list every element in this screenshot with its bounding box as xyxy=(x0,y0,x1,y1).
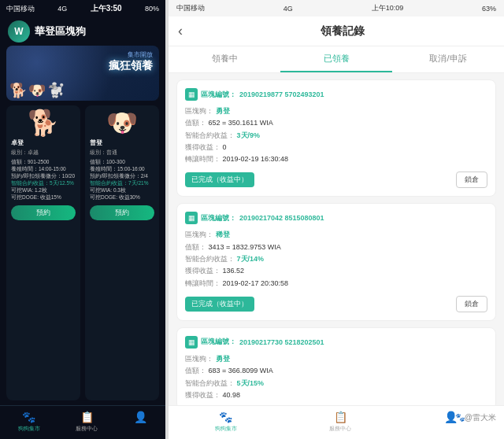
battery-left: 80% xyxy=(145,5,159,13)
record-card-2: ▦ 區塊編號： 20190217042 8515080801 區塊狗： 稀登 值… xyxy=(176,203,496,320)
pet-doge-2: 可挖DOGE: 收益30% xyxy=(90,194,154,201)
pet-doge-1: 可挖DOGE: 收益15% xyxy=(11,194,76,201)
record-value-2: 值額： 3413 = 1832.9753 WIA xyxy=(185,242,487,253)
dog-emoji-3: 🐩 xyxy=(47,82,65,99)
status-badge-2: 已完成（收益中） xyxy=(185,297,254,312)
nav-item-service-left[interactable]: 📋 服務中心 xyxy=(76,411,98,433)
record-value-1: 值額： 652 = 350.1611 WIA xyxy=(185,117,487,129)
status-bar-right: 中国移动 4G 上午10:09 63% xyxy=(169,0,504,17)
nav-item-service-right[interactable]: 📋 服務中心 xyxy=(329,411,351,433)
nav-label-service-right: 服務中心 xyxy=(329,425,351,433)
record-earning-3: 獲得收益： 40.98 xyxy=(185,389,487,401)
record-detail-2: 區塊狗： 稀登 值額： 3413 = 1832.9753 WIA 智能合約收益：… xyxy=(185,229,487,289)
record-smart-1: 智能合約收益： 3天/9% xyxy=(185,130,487,142)
pet-grid: 🐕 卓登 級別：卓越 值額：901-2500 養殖時間：14:00-15:00 … xyxy=(0,101,165,405)
pet-adoption-2: 預約/即扣領養微分：2/4 xyxy=(90,172,154,179)
pet-level-2: 級別：普通 xyxy=(90,149,154,157)
carrier-left: 中国移动 xyxy=(6,4,35,14)
nav-item-market-right[interactable]: 🐾 狗狗集市 xyxy=(215,411,237,433)
pet-image-1: 🐕 xyxy=(11,110,76,135)
app-logo: W xyxy=(8,20,30,42)
record-icon-3: ▦ xyxy=(185,336,198,349)
record-id-label-1: 區塊編號： xyxy=(201,90,236,100)
pet-value-2: 值額：100-300 xyxy=(90,158,154,165)
book-btn-2[interactable]: 預約 xyxy=(90,205,154,220)
pet-wia-2: 可挖WIA: 0.3枚 xyxy=(90,186,154,194)
record-detail-3: 區塊狗： 勇登 值額： 683 = 366.8099 WIA 智能合約收益： 5… xyxy=(185,353,487,401)
phone-right: 中国移动 4G 上午10:09 63% ‹ 領養記錄 領養中 已領養 取消/申訴… xyxy=(169,0,504,439)
pet-image-2: 🐶 xyxy=(90,110,154,135)
dog-emoji-2: 🐶 xyxy=(28,82,46,99)
back-button[interactable]: ‹ xyxy=(178,23,183,39)
phone-left: 中国移动 4G 上午3:50 80% W 華登區塊狗 集市開放 瘋狂領養 🐕 🐶… xyxy=(0,0,165,439)
status-bar-left: 中国移动 4G 上午3:50 80% xyxy=(0,0,165,17)
pet-value-1: 值額：901-2500 xyxy=(11,158,76,165)
right-header: ‹ 領養記錄 xyxy=(169,17,504,46)
icons-left: 80% xyxy=(145,5,159,13)
pet-adoption-1: 預約/即扣領養微分：10/20 xyxy=(11,172,76,179)
time-left: 上午3:50 xyxy=(91,3,122,14)
record-id-value-1: 20190219877 5702493201 xyxy=(239,90,324,98)
pet-time-2: 養殖時間：15:00-16:00 xyxy=(90,165,154,172)
record-dog-3: 區塊狗： 勇登 xyxy=(185,353,487,365)
tab-bar: 領養中 已領養 取消/申訴 xyxy=(169,46,504,73)
record-time-2: 轉讓時間： 2019-02-17 20:30:58 xyxy=(185,278,487,290)
record-id-row-2: ▦ 區塊編號： 20190217042 8515080801 xyxy=(185,212,487,224)
record-card-1: ▦ 區塊編號： 20190219877 5702493201 區塊狗： 勇登 值… xyxy=(176,79,496,197)
pet-wia-1: 可挖WIA: 1.2枚 xyxy=(11,186,76,194)
record-icon-1: ▦ xyxy=(185,88,198,101)
banner-main: 瘋狂領養 xyxy=(13,59,153,73)
record-detail-1: 區塊狗： 勇登 值額： 652 = 350.1611 WIA 智能合約收益： 3… xyxy=(185,105,487,165)
pet-info-2: 值額：100-300 養殖時間：15:00-16:00 預約/即扣領養微分：2/… xyxy=(90,158,154,201)
pet-name-2: 普登 xyxy=(90,138,154,147)
market-icon-left: 🐾 xyxy=(22,411,35,423)
record-earning-2: 獲得收益： 136.52 xyxy=(185,265,487,277)
record-id-value-2: 20190217042 8515080801 xyxy=(239,214,324,222)
nav-item-market-left[interactable]: 🐾 狗狗集市 xyxy=(18,411,40,433)
watermark: 🐾@雷大米 xyxy=(455,412,496,423)
record-time-1: 轉讓時間： 2019-02-19 16:30:48 xyxy=(185,153,487,165)
record-card-3: ▦ 區塊編號： 20190217730 5218202501 區塊狗： 勇登 值… xyxy=(176,327,496,405)
lock-btn-2[interactable]: 鎖倉 xyxy=(456,296,487,312)
pet-name-1: 卓登 xyxy=(11,138,76,147)
book-btn-1[interactable]: 預約 xyxy=(11,205,76,220)
pet-time-1: 養殖時間：14:00-15:00 xyxy=(11,165,76,172)
record-id-row-1: ▦ 區塊編號： 20190219877 5702493201 xyxy=(185,88,487,101)
record-earning-1: 獲得收益： 0 xyxy=(185,142,487,153)
record-smart-2: 智能合約收益： 7天/14% xyxy=(185,253,487,265)
record-footer-1: 已完成（收益中） 鎖倉 xyxy=(185,172,487,188)
nav-label-market-left: 狗狗集市 xyxy=(18,425,40,433)
tab-adopted[interactable]: 已領養 xyxy=(280,46,392,72)
bottom-nav-right: 🐾 狗狗集市 📋 服務中心 👤 xyxy=(169,405,504,439)
tab-cancel[interactable]: 取消/申訴 xyxy=(392,46,504,72)
market-icon-right: 🐾 xyxy=(219,411,232,423)
record-id-label-3: 區塊編號： xyxy=(201,337,236,347)
lock-btn-1[interactable]: 鎖倉 xyxy=(456,172,487,188)
service-icon-right: 📋 xyxy=(334,411,347,423)
record-icon-2: ▦ xyxy=(185,212,198,224)
pet-card-1: 🐕 卓登 級別：卓越 值額：901-2500 養殖時間：14:00-15:00 … xyxy=(6,105,80,400)
pet-smart-1: 智能合約收益：5天/12.5% xyxy=(11,179,76,186)
pet-card-2: 🐶 普登 級別：普通 值額：100-300 養殖時間：15:00-16:00 預… xyxy=(85,105,159,400)
nav-item-profile-left[interactable]: 👤 xyxy=(134,411,147,433)
record-smart-3: 智能合約收益： 5天/15% xyxy=(185,378,487,389)
page-title: 領養記錄 xyxy=(191,24,495,39)
banner-dogs: 🐕 🐶 🐩 xyxy=(9,82,65,99)
carrier-right: 中国移动 xyxy=(176,3,205,13)
record-dog-1: 區塊狗： 勇登 xyxy=(185,105,487,117)
dog-emoji-1: 🐕 xyxy=(9,82,27,99)
pet-level-1: 級別：卓越 xyxy=(11,149,76,157)
pet-info-1: 值額：901-2500 養殖時間：14:00-15:00 預約/即扣領養微分：1… xyxy=(11,158,76,201)
bottom-nav-left: 🐾 狗狗集市 📋 服務中心 👤 xyxy=(0,405,165,439)
banner-sub: 集市開放 xyxy=(13,50,153,59)
tab-adopting[interactable]: 領養中 xyxy=(169,46,280,72)
record-id-row-3: ▦ 區塊編號： 20190217730 5218202501 xyxy=(185,336,487,349)
network-left: 4G xyxy=(57,5,67,13)
nav-label-market-right: 狗狗集市 xyxy=(215,425,237,433)
nav-label-service-left: 服務中心 xyxy=(76,425,98,433)
record-value-3: 值額： 683 = 366.8099 WIA xyxy=(185,365,487,377)
record-footer-2: 已完成（收益中） 鎖倉 xyxy=(185,296,487,312)
battery-right: 63% xyxy=(482,5,496,13)
profile-icon-left: 👤 xyxy=(134,411,147,423)
pet-smart-2: 智能合約收益：7天/21% xyxy=(90,179,154,186)
